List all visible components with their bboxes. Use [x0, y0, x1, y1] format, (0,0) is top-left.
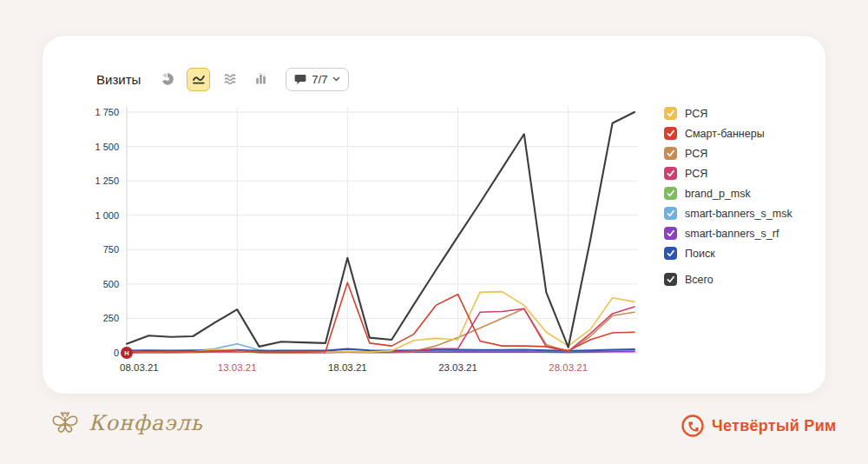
- y-axis-tick-label: 500: [103, 279, 119, 289]
- chart-type-columns-button[interactable]: [249, 68, 273, 91]
- x-axis-tick-label: 28.03.21: [549, 362, 588, 373]
- confael-logo-text: Конфаэль: [89, 411, 203, 435]
- legend-label: brand_p_msk: [685, 188, 751, 200]
- chart-type-line-button[interactable]: [187, 68, 210, 91]
- series-line-1[interactable]: [127, 282, 635, 352]
- check-icon: [666, 109, 675, 118]
- y-axis-tick-label: 1 500: [95, 142, 119, 152]
- legend-item[interactable]: Смарт-баннеры: [664, 127, 792, 140]
- y-axis-tick-label: 1 750: [95, 107, 119, 117]
- legend-checkbox[interactable]: [664, 207, 677, 220]
- butterfly-icon: [49, 407, 82, 440]
- visits-line-chart[interactable]: 02505007501 0001 2501 5001 75008.03.2113…: [86, 98, 685, 394]
- segments-count: 7/7: [312, 73, 327, 86]
- legend-label: Поиск: [685, 248, 715, 260]
- analytics-card: Визиты: [42, 35, 826, 394]
- line-chart-icon: [192, 72, 206, 86]
- report-title: Визиты: [96, 72, 141, 87]
- legend-label: smart-banners_s_msk: [685, 208, 792, 220]
- legend-item[interactable]: smart-banners_s_msk: [664, 207, 792, 220]
- legend-item[interactable]: РСЯ: [664, 107, 792, 120]
- legend-item[interactable]: Поиск: [664, 247, 792, 260]
- check-icon: [666, 169, 675, 178]
- check-icon: [666, 275, 675, 284]
- legend-label: РСЯ: [685, 108, 707, 120]
- check-icon: [666, 189, 675, 198]
- legend-label: РСЯ: [685, 168, 707, 180]
- legend-item[interactable]: smart-banners_s_rf: [664, 227, 792, 240]
- check-icon: [666, 149, 675, 158]
- legend-checkbox[interactable]: [664, 187, 677, 200]
- check-icon: [666, 129, 675, 138]
- legend-checkbox[interactable]: [664, 247, 677, 260]
- y-axis-tick-label: 0: [114, 348, 119, 358]
- column-chart-icon: [254, 72, 268, 86]
- y-axis-tick-label: 1 250: [95, 176, 119, 186]
- y-axis-tick-label: 1 000: [95, 210, 119, 221]
- chart-type-stacked-button[interactable]: [218, 68, 241, 91]
- legend-label: Всего: [685, 274, 713, 286]
- x-axis-tick-label: 18.03.21: [328, 362, 367, 373]
- legend-checkbox[interactable]: [664, 227, 677, 240]
- chart-header: Визиты: [96, 67, 349, 91]
- y-axis-tick-label: 750: [103, 244, 119, 255]
- fourth-rome-logo-text: Четвёртый Рим: [712, 417, 837, 435]
- comment-bubble-icon: [294, 74, 306, 85]
- legend-item[interactable]: Всего: [664, 273, 792, 286]
- confael-logo: Конфаэль: [49, 407, 203, 440]
- x-axis-tick-label: 08.03.21: [120, 362, 159, 373]
- legend-checkbox[interactable]: [664, 147, 677, 160]
- legend-item[interactable]: РСЯ: [664, 167, 792, 180]
- legend-item[interactable]: РСЯ: [664, 147, 792, 160]
- phone-circle-icon: [681, 414, 705, 438]
- segments-filter-dropdown[interactable]: 7/7: [286, 68, 349, 91]
- legend-item[interactable]: brand_p_msk: [664, 187, 792, 200]
- chart-type-pie-button[interactable]: [155, 68, 179, 91]
- series-line-8[interactable]: [127, 112, 635, 348]
- chevron-down-icon: [332, 76, 340, 82]
- legend-checkbox[interactable]: [664, 127, 677, 140]
- legend-label: Смарт-баннеры: [685, 128, 765, 140]
- pie-chart-icon: [161, 72, 174, 86]
- chart-legend: РСЯСмарт-баннерыРСЯРСЯbrand_p_msksmart-b…: [664, 107, 792, 293]
- y-axis-tick-label: 250: [103, 313, 119, 323]
- legend-checkbox[interactable]: [664, 167, 677, 180]
- x-axis-tick-label: 23.03.21: [438, 362, 477, 373]
- legend-label: smart-banners_s_rf: [685, 228, 779, 240]
- holiday-marker-label: Н: [124, 349, 128, 357]
- legend-label: РСЯ: [685, 148, 707, 160]
- legend-checkbox[interactable]: [664, 107, 677, 120]
- stacked-area-icon: [223, 72, 237, 86]
- x-axis-tick-label: 13.03.21: [218, 362, 257, 373]
- check-icon: [666, 209, 675, 218]
- check-icon: [666, 229, 675, 238]
- legend-checkbox[interactable]: [664, 273, 677, 286]
- check-icon: [666, 249, 675, 258]
- fourth-rome-logo: Четвёртый Рим: [681, 414, 837, 438]
- chart-area: 02505007501 0001 2501 5001 75008.03.2113…: [86, 98, 685, 397]
